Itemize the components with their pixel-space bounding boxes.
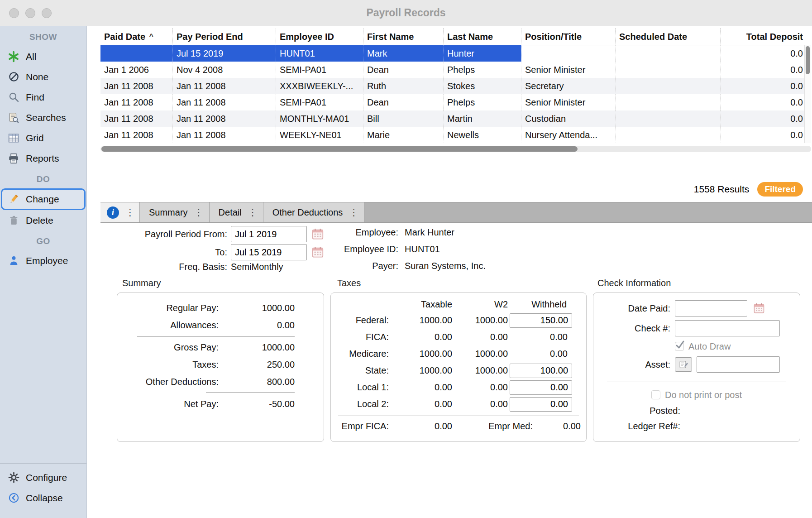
results-bar: 1558 Results Filtered — [100, 179, 803, 199]
table-cell: Secretary — [521, 78, 616, 94]
state-withheld-input[interactable] — [510, 364, 572, 378]
column-header-position-title[interactable]: Position/Title — [521, 28, 616, 45]
sidebar-item-delete[interactable]: Delete — [0, 210, 86, 230]
allowances-label: Allowances: — [123, 320, 219, 331]
date-paid-input[interactable] — [675, 300, 747, 317]
taxable-column-header: Taxable — [389, 299, 452, 310]
column-header-last-name[interactable]: Last Name — [444, 28, 521, 45]
drag-handle-icon[interactable] — [125, 208, 135, 217]
tab-label: Detail — [219, 207, 242, 218]
table-row[interactable]: Jan 11 2008 Jan 11 2008 SEMI-PA01 Dean P… — [100, 94, 811, 110]
empr-med-label: Empr Med: — [452, 421, 533, 432]
info-button[interactable]: i — [100, 202, 140, 222]
table-row[interactable]: Jan 11 2008 Jan 11 2008 XXXBIWEEKLY-... … — [100, 78, 811, 94]
table-cell — [616, 110, 721, 127]
table-cell: MONTHLY-MA01 — [276, 110, 363, 127]
table-cell: Stokes — [444, 78, 521, 94]
column-header-total-deposit[interactable]: Total Deposit — [721, 28, 811, 45]
local2-withheld-input[interactable] — [510, 397, 572, 412]
sidebar-item-find[interactable]: Find — [0, 87, 86, 107]
date-paid-label: Date Paid: — [593, 303, 670, 314]
ledger-ref-label: Ledger Ref#: — [593, 421, 680, 432]
sidebar-item-label: All — [26, 51, 36, 62]
drag-handle-icon[interactable] — [349, 208, 358, 217]
sidebar-item-label: Find — [26, 92, 44, 103]
search-icon — [7, 91, 20, 104]
vertical-scrollbar[interactable] — [804, 45, 811, 143]
table-cell: Dean — [363, 94, 444, 110]
auto-draw-checkbox[interactable] — [675, 342, 684, 351]
checkmark-icon — [674, 340, 685, 353]
employee-id-label: Employee ID: — [317, 244, 398, 254]
table-cell: Nursery Attenda... — [521, 127, 616, 143]
taxes-value: 250.00 — [227, 360, 295, 370]
vertical-scrollbar-thumb[interactable] — [806, 46, 810, 74]
sidebar-item-none[interactable]: None — [0, 67, 86, 87]
period-to-input[interactable] — [231, 244, 307, 260]
net-pay-value: -50.00 — [227, 399, 295, 409]
tab-label: Other Deductions — [272, 207, 343, 218]
table-header-row: Paid Date^ Pay Period End Employee ID Fi… — [100, 28, 811, 45]
table-row[interactable]: Jul 15 2019 HUNT01 Mark Hunter 0.0 — [100, 45, 811, 62]
close-window-button[interactable] — [9, 8, 19, 18]
employee-label: Employee: — [317, 227, 398, 238]
table-row[interactable]: Jan 1 2006 Nov 4 2008 SEMI-PA01 Dean Phe… — [100, 62, 811, 78]
zoom-window-button[interactable] — [42, 8, 52, 18]
tab-detail[interactable]: Detail — [210, 202, 263, 222]
local2-taxable: 0.00 — [389, 399, 452, 409]
do-not-print-checkbox[interactable] — [651, 390, 660, 399]
minimize-window-button[interactable] — [25, 8, 35, 18]
period-from-input[interactable] — [231, 226, 307, 242]
sidebar-item-searches[interactable]: Searches — [0, 107, 86, 128]
state-taxable: 1000.00 — [389, 365, 452, 376]
table-cell — [616, 78, 721, 94]
filtered-badge[interactable]: Filtered — [757, 182, 803, 197]
tab-summary[interactable]: Summary — [140, 202, 210, 222]
column-header-employee-id[interactable]: Employee ID — [276, 28, 363, 45]
check-number-input[interactable] — [675, 320, 780, 336]
sidebar-item-all[interactable]: All — [0, 46, 86, 67]
asset-input[interactable] — [697, 356, 780, 373]
sidebar-item-reports[interactable]: Reports — [0, 148, 86, 168]
table-cell: 0.0 — [721, 110, 811, 127]
sidebar-item-configure[interactable]: Configure — [0, 467, 86, 488]
drag-handle-icon[interactable] — [194, 208, 204, 217]
table-cell: Ruth — [363, 78, 444, 94]
divider — [607, 382, 786, 382]
column-header-first-name[interactable]: First Name — [363, 28, 444, 45]
sidebar-footer: Configure Collapse — [0, 463, 86, 518]
divider — [137, 336, 295, 336]
column-header-paid-date[interactable]: Paid Date^ — [100, 28, 173, 45]
sidebar-item-grid[interactable]: Grid — [0, 128, 86, 148]
table-cell: 0.0 — [721, 94, 811, 110]
column-header-label: Pay Period End — [177, 32, 243, 42]
sidebar-item-change[interactable]: Change — [1, 188, 86, 210]
fica-withheld: 0.00 — [508, 332, 572, 342]
taxes-box: Taxable W2 Withheld Federal: 1000.00 100… — [330, 293, 587, 442]
w2-column-header: W2 — [452, 299, 508, 310]
local1-withheld-input[interactable] — [510, 380, 572, 395]
column-header-pay-period-end[interactable]: Pay Period End — [173, 28, 276, 45]
table-cell: Newells — [444, 127, 521, 143]
drag-handle-icon[interactable] — [248, 208, 258, 217]
federal-withheld-input[interactable] — [510, 313, 572, 328]
sidebar-item-employee[interactable]: Employee — [0, 250, 86, 271]
table-cell: WEEKLY-NE01 — [276, 127, 363, 143]
table-cell: SEMI-PA01 — [276, 94, 363, 110]
period-to-label: To: — [104, 247, 227, 258]
tab-other-deductions[interactable]: Other Deductions — [263, 202, 365, 222]
freq-basis-value: SemiMonthly — [231, 262, 329, 272]
title-bar: Payroll Records — [0, 0, 812, 26]
table-row[interactable]: Jan 11 2008 Jan 11 2008 MONTHLY-MA01 Bil… — [100, 110, 811, 127]
trash-icon — [7, 214, 20, 227]
horizontal-scrollbar[interactable] — [100, 146, 811, 152]
medicare-label: Medicare: — [335, 349, 389, 359]
column-header-scheduled-date[interactable]: Scheduled Date — [616, 28, 721, 45]
summary-box-title: Summary — [122, 278, 161, 288]
horizontal-scrollbar-thumb[interactable] — [101, 146, 578, 152]
sidebar-section-go: GO — [0, 232, 86, 250]
date-paid-date-picker-button[interactable] — [752, 301, 766, 316]
sidebar-item-collapse[interactable]: Collapse — [0, 488, 86, 508]
asset-lookup-button[interactable] — [675, 357, 692, 372]
table-row[interactable]: Jan 11 2008 Jan 11 2008 WEEKLY-NE01 Mari… — [100, 127, 811, 143]
